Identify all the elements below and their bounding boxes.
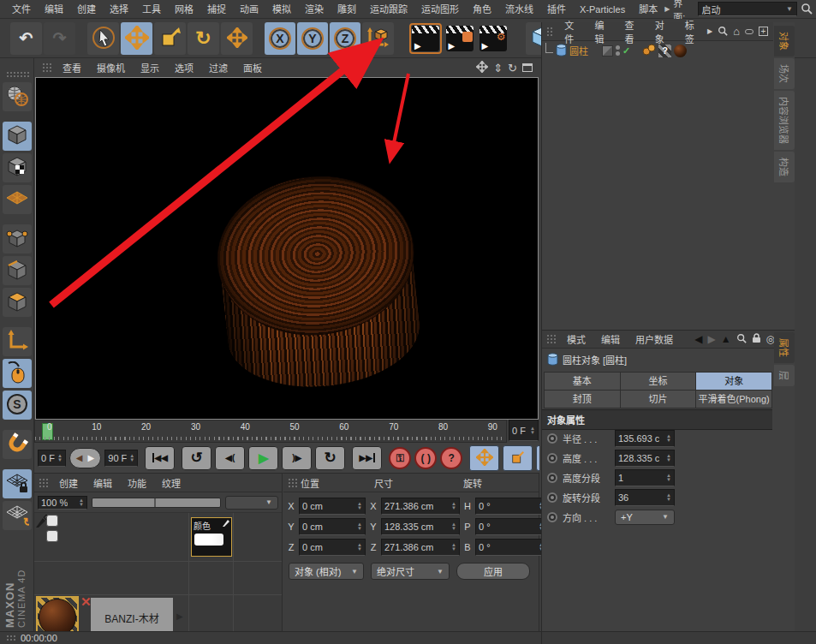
tab-slice[interactable]: 切片 [621, 391, 696, 408]
timeline-ruler[interactable]: 0 10 20 30 40 50 60 70 80 90 [34, 420, 507, 443]
menu-animate[interactable]: 动画 [233, 0, 265, 19]
menu-pipeline[interactable]: 流水线 [498, 0, 540, 19]
coordinate-system-button[interactable] [362, 22, 394, 55]
vp-dolly-icon[interactable]: ⇕ [493, 62, 503, 75]
pos-z-field[interactable]: 0 cm▲▼ [299, 539, 366, 556]
anim-dot-icon[interactable] [547, 433, 557, 444]
color-node[interactable]: 颜色 [191, 517, 232, 557]
anim-dot-icon[interactable] [547, 473, 557, 483]
menu-edit[interactable]: 编辑 [38, 0, 70, 19]
key-position-button[interactable] [469, 445, 499, 471]
vp-orbit-icon[interactable]: ↻ [508, 62, 517, 75]
layout-select[interactable]: 启动▼ [698, 2, 797, 16]
anim-dot-icon[interactable] [547, 512, 557, 522]
materials-grip[interactable] [38, 477, 48, 489]
mat-menu-create[interactable]: 创建 [51, 476, 86, 490]
menu-tools[interactable]: 工具 [135, 0, 168, 19]
goto-start-button[interactable]: ◀◀ [145, 446, 175, 470]
material-zoom-field[interactable]: 100 %▲▼ [38, 496, 87, 510]
current-frame-field[interactable]: 0 F▲▼ [509, 420, 539, 441]
tab-attributes[interactable]: 属性 [774, 332, 795, 363]
texture-mode-button[interactable] [3, 153, 32, 182]
step-back-icon[interactable]: ◀ [76, 453, 83, 462]
snap-s-button[interactable]: S [3, 391, 32, 420]
om-menu-view[interactable]: 查看 [617, 18, 647, 45]
record-keyframe-button[interactable]: ⚿ [389, 447, 411, 469]
spinner-icon[interactable]: ▲▼ [354, 522, 362, 531]
spinner-icon[interactable]: ▲▼ [354, 502, 362, 510]
tab-takes[interactable]: 场次 [774, 58, 795, 89]
scale-tool-button[interactable] [154, 22, 186, 55]
coord-mode-select[interactable]: 对象 (相对)▼ [289, 563, 364, 580]
spinner-icon[interactable]: ▲▼ [664, 434, 671, 443]
spinner-icon[interactable]: ▲▼ [664, 454, 671, 462]
play-backwards-loop-button[interactable]: ↺ [182, 446, 211, 470]
next-key-button[interactable]: )▶ [282, 446, 312, 470]
vp-menu-options[interactable]: 选项 [167, 61, 201, 75]
mat-menu-function[interactable]: 功能 [120, 476, 154, 490]
anim-dot-icon[interactable] [547, 453, 557, 463]
viewport-canvas[interactable] [35, 77, 539, 420]
menu-motion-tracker[interactable]: 运动跟踪 [363, 0, 414, 19]
menu-sculpt[interactable]: 雕刻 [331, 0, 363, 19]
prev-key-button[interactable]: ◀( [215, 446, 245, 470]
tab-coordinates[interactable]: 坐标 [621, 373, 696, 390]
home-icon[interactable]: ⌂ [733, 25, 740, 38]
vp-menu-display[interactable]: 显示 [133, 61, 167, 75]
model-mode-button[interactable] [3, 122, 32, 151]
enable-axis-button[interactable] [3, 327, 32, 356]
spinner-icon[interactable]: ▲▼ [449, 502, 456, 510]
menu-simulate[interactable]: 模拟 [265, 0, 298, 19]
am-menu-userdata[interactable]: 用户数据 [628, 332, 681, 346]
vp-menu-filter[interactable]: 过滤 [201, 61, 235, 75]
orientation-select[interactable]: +Y▼ [615, 510, 675, 525]
spinner-icon[interactable]: ▲▼ [449, 543, 456, 552]
spinner-icon[interactable]: ▲▼ [354, 543, 362, 552]
texture-missing-tag-icon[interactable]: ? [658, 45, 671, 57]
pos-x-field[interactable]: 0 cm▲▼ [299, 498, 366, 515]
om-menu-object[interactable]: 对象 [647, 18, 677, 45]
size-x-field[interactable]: 271.386 cm▲▼ [381, 498, 460, 515]
goto-end-button[interactable]: ▶▶ [352, 446, 382, 470]
frame-step-control[interactable]: ◀▶ [69, 448, 101, 468]
menu-script[interactable]: 脚本 [632, 0, 664, 19]
key-scale-button[interactable] [503, 445, 533, 471]
tab-layers[interactable]: 层 [774, 365, 795, 386]
phong-tag-icon[interactable] [642, 44, 656, 57]
vp-menu-view[interactable]: 查看 [55, 61, 89, 75]
search-icon[interactable] [801, 3, 813, 16]
coords-grip[interactable] [287, 477, 297, 489]
history-fwd-icon[interactable]: ▶ [707, 333, 715, 345]
flyout-icon[interactable]: ▶ [707, 27, 712, 35]
undo-button[interactable]: ↶ [10, 22, 42, 55]
menu-file[interactable]: 文件 [5, 0, 38, 19]
live-selection-button[interactable] [87, 22, 119, 55]
spinner-icon[interactable]: ▲▼ [664, 493, 671, 502]
y-axis-lock-button[interactable]: Y [297, 22, 328, 55]
spinner-icon[interactable]: ▲▼ [55, 454, 63, 462]
menu-mesh[interactable]: 网格 [168, 0, 200, 19]
last-tool-button[interactable] [221, 22, 253, 55]
vp-menu-camera[interactable]: 摄像机 [89, 61, 133, 75]
tab-object[interactable]: 对象 [696, 373, 771, 390]
height-segments-field[interactable]: 1▲▼ [615, 469, 675, 486]
delete-icon[interactable]: ✕ [80, 594, 92, 610]
height-field[interactable]: 128.335 c▲▼ [615, 450, 675, 467]
render-to-picture-viewer-button[interactable]: ▶ [444, 22, 475, 55]
mat-menu-edit[interactable]: 编辑 [86, 476, 120, 490]
render-view-button[interactable]: ▶ [409, 23, 442, 54]
points-mode-button[interactable] [3, 224, 32, 253]
menu-select[interactable]: 选择 [103, 0, 135, 19]
size-z-field[interactable]: 271.386 cm▲▼ [381, 539, 460, 556]
apply-button[interactable]: 应用 [456, 563, 530, 580]
object-properties-header[interactable]: 对象属性 [542, 409, 772, 430]
search-icon[interactable] [718, 26, 728, 38]
om-menu-edit[interactable]: 编辑 [587, 18, 616, 45]
am-menu-edit[interactable]: 编辑 [593, 332, 628, 346]
tab-phong[interactable]: 平滑着色(Phong) [696, 391, 771, 408]
redo-button[interactable]: ↷ [44, 22, 75, 55]
menu-create[interactable]: 创建 [70, 0, 103, 19]
anim-dot-icon[interactable] [547, 492, 557, 503]
color-node-swatch[interactable] [194, 534, 223, 546]
range-end-field[interactable]: 90 F▲▼ [104, 450, 138, 467]
